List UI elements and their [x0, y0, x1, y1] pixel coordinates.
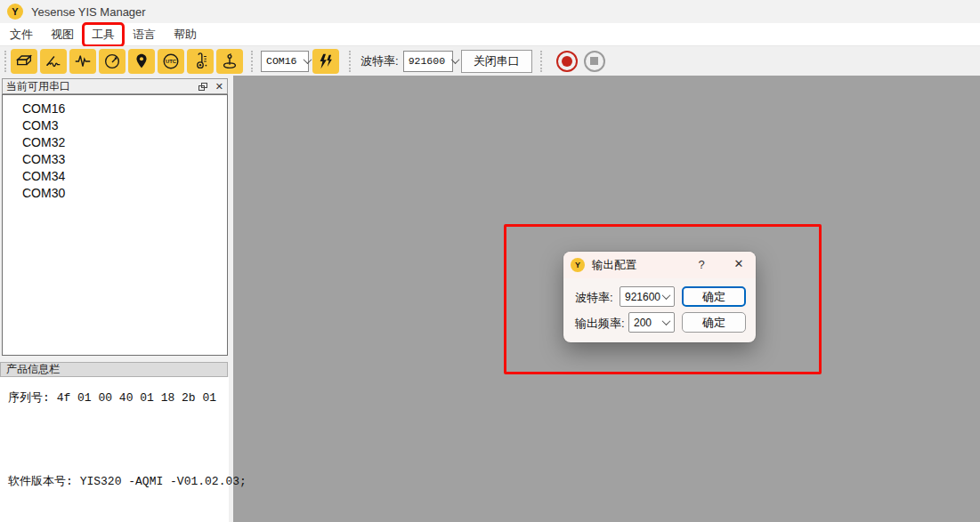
- list-item-port[interactable]: COM3: [3, 117, 227, 134]
- list-item-port[interactable]: COM33: [3, 151, 227, 168]
- dialog-baud-value: 921600: [625, 291, 660, 303]
- output-config-dialog: Y 输出配置 ? ✕ 波特率: 921600 确定 输出频率: 200 确定: [563, 252, 756, 342]
- float-panel-icon[interactable]: [198, 83, 207, 91]
- software-version-line: 软件版本号: YIS320 -AQMI -V01.02.03;: [8, 473, 247, 489]
- toolbar-grip[interactable]: [251, 51, 253, 72]
- dialog-close-button[interactable]: ✕: [731, 257, 747, 270]
- available-ports-list: COM16 COM3 COM32 COM33 COM34 COM30: [2, 94, 228, 356]
- product-info-panel: 序列号: 4f 01 00 40 01 18 2b 01 软件版本号: YIS3…: [0, 377, 229, 522]
- baud-select-value: 921600: [409, 55, 445, 67]
- serial-number-line: 序列号: 4f 01 00 40 01 18 2b 01: [8, 389, 216, 406]
- serial-port-dock-panel: 当前可用串口 ✕ COM16 COM3 COM32 COM33 COM34 CO…: [0, 76, 233, 522]
- utc-clock-icon[interactable]: UTC: [158, 49, 184, 74]
- refresh-ports-button[interactable]: [312, 49, 339, 74]
- stop-icon: [590, 57, 598, 65]
- dialog-freq-value: 200: [634, 317, 652, 329]
- chevron-down-icon: [662, 291, 671, 300]
- list-item-port[interactable]: COM16: [3, 100, 227, 117]
- close-panel-icon[interactable]: ✕: [215, 82, 223, 92]
- chevron-down-icon: [662, 317, 671, 325]
- baud-rate-label: 波特率:: [360, 53, 399, 69]
- serial-number-label: 序列号:: [8, 391, 50, 405]
- dialog-baud-confirm-button[interactable]: 确定: [682, 286, 746, 307]
- menu-view[interactable]: 视图: [43, 24, 82, 45]
- angle-waveform-icon[interactable]: [40, 49, 67, 74]
- menu-language[interactable]: 语言: [125, 24, 164, 45]
- dialog-baud-select[interactable]: 921600: [620, 286, 675, 307]
- menu-file[interactable]: 文件: [2, 24, 41, 45]
- list-item-port[interactable]: COM30: [3, 185, 227, 202]
- dialog-title: 输出配置: [592, 258, 636, 273]
- close-serial-port-button[interactable]: 关闭串口: [461, 50, 532, 73]
- app-window: Y Yesense YIS Manager 文件 视图 工具 语言 帮助: [0, 0, 980, 522]
- list-item-port[interactable]: COM34: [3, 168, 227, 185]
- toolbar: UTC COM16 波特率: 9216: [0, 46, 980, 76]
- toolbar-grip[interactable]: [4, 51, 6, 72]
- dock-header: 当前可用串口 ✕: [2, 78, 228, 94]
- baud-select[interactable]: 921600: [403, 51, 453, 72]
- svg-text:UTC: UTC: [166, 59, 177, 64]
- software-version-value: YIS320 -AQMI -V01.02.03;: [80, 475, 247, 488]
- menu-bar: 文件 视图 工具 语言 帮助: [0, 23, 980, 46]
- cube-3d-icon[interactable]: [11, 49, 37, 74]
- software-version-label: 软件版本号:: [8, 475, 73, 488]
- menu-help[interactable]: 帮助: [166, 24, 205, 45]
- dialog-freq-label: 输出频率:: [575, 316, 625, 332]
- dialog-freq-select[interactable]: 200: [628, 312, 675, 333]
- waveform-icon[interactable]: [69, 49, 96, 74]
- dialog-baud-label: 波特率:: [575, 290, 613, 306]
- thermometer-icon[interactable]: [187, 49, 214, 74]
- dialog-help-button[interactable]: ?: [693, 258, 709, 271]
- location-pin-icon[interactable]: [128, 49, 155, 74]
- record-button[interactable]: [556, 51, 578, 72]
- list-item-port[interactable]: COM32: [3, 134, 227, 151]
- port-select-value: COM16: [266, 55, 297, 67]
- dialog-title-bar: Y 输出配置: [563, 252, 756, 278]
- record-icon: [562, 56, 572, 67]
- joystick-icon[interactable]: [216, 49, 243, 74]
- app-logo-icon: Y: [7, 4, 23, 20]
- gauge-icon[interactable]: [99, 49, 126, 74]
- title-bar: Y Yesense YIS Manager: [0, 0, 980, 23]
- product-info-header: 产品信息栏: [0, 362, 228, 377]
- dialog-freq-confirm-button[interactable]: 确定: [682, 312, 746, 333]
- toolbar-grip[interactable]: [540, 51, 542, 72]
- window-title: Yesense YIS Manager: [31, 5, 146, 19]
- menu-tools[interactable]: 工具: [84, 24, 123, 45]
- dock-title: 当前可用串口: [6, 79, 70, 94]
- stop-button[interactable]: [584, 51, 605, 72]
- port-select[interactable]: COM16: [261, 51, 309, 72]
- dialog-logo-icon: Y: [571, 258, 585, 272]
- chevron-down-icon: [451, 55, 460, 64]
- chevron-down-icon: [303, 55, 312, 64]
- toolbar-grip[interactable]: [349, 51, 351, 72]
- serial-number-value: 4f 01 00 40 01 18 2b 01: [57, 391, 216, 405]
